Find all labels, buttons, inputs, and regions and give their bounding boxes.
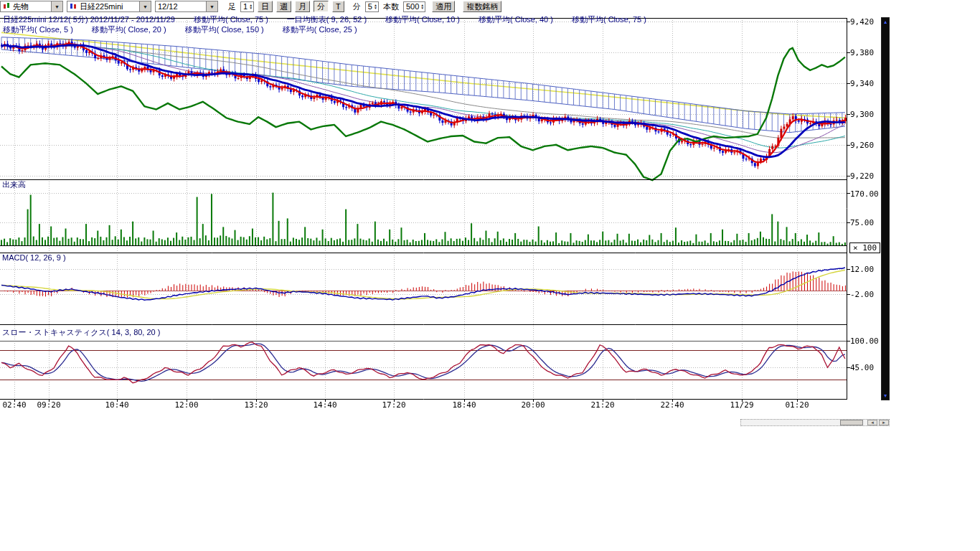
time-axis-label: 13:20 bbox=[242, 400, 270, 410]
interval-input[interactable]: 1 ▲▼ bbox=[240, 1, 254, 12]
time-axis-label: 01:20 bbox=[783, 400, 811, 410]
time-axis-label: 17:20 bbox=[380, 400, 408, 410]
time-axis-label: 10:40 bbox=[103, 400, 131, 410]
period-button-day[interactable]: 日 bbox=[258, 1, 273, 12]
chevron-down-icon[interactable]: ▼ bbox=[139, 1, 151, 11]
date-value: 12/12 bbox=[158, 2, 202, 11]
instrument-type-value: 先物 bbox=[13, 1, 47, 12]
scroll-up-icon[interactable]: ▲ bbox=[882, 18, 889, 26]
candlestick-icon bbox=[3, 2, 11, 11]
ashi-label: 足 bbox=[227, 1, 237, 12]
h-scroll-thumb[interactable] bbox=[840, 420, 863, 425]
price-axis-label: 9,420 bbox=[850, 17, 874, 27]
candlestick-icon bbox=[70, 2, 77, 11]
symbol-select[interactable]: 日経225mini ▼ bbox=[67, 1, 151, 12]
time-axis-label: 02:40 bbox=[0, 400, 29, 410]
minute-label: 分 bbox=[352, 1, 362, 12]
chart-application-window: 先物 ▼ 日経225mini ▼ 12/12 ▼ 足 1 ▲▼ 日 週 月 分 … bbox=[0, 0, 980, 551]
symbol-value: 日経225mini bbox=[80, 1, 136, 12]
time-axis-label: 11/29 bbox=[727, 400, 756, 410]
apply-button[interactable]: 適用 bbox=[432, 1, 455, 12]
multi-symbol-button[interactable]: 複数銘柄 bbox=[463, 1, 501, 12]
chevron-down-icon[interactable]: ▼ bbox=[51, 1, 62, 11]
time-axis-label: 21:20 bbox=[588, 400, 617, 410]
time-axis-label: 12:00 bbox=[172, 400, 201, 410]
horizontal-scrollbar[interactable]: ◄ ► bbox=[740, 419, 890, 426]
spinner-icon[interactable]: ▲▼ bbox=[374, 4, 377, 9]
price-axis-label: 9,220 bbox=[850, 171, 874, 181]
stoch-axis-label: 100.00 bbox=[850, 336, 879, 346]
vertical-scrollbar[interactable]: ▲ ▼ bbox=[881, 17, 890, 400]
spinner-icon[interactable]: ▲▼ bbox=[420, 4, 424, 9]
time-axis-label: 22:40 bbox=[658, 400, 687, 410]
price-axis-label: 9,380 bbox=[850, 48, 874, 57]
time-axis-label: 14:40 bbox=[311, 400, 339, 410]
scroll-left-icon[interactable]: ◄ bbox=[867, 420, 877, 425]
count-input[interactable]: 500 ▲▼ bbox=[403, 1, 425, 12]
chevron-down-icon[interactable]: ▼ bbox=[206, 1, 217, 11]
count-value: 500 bbox=[406, 2, 419, 11]
instrument-type-select[interactable]: 先物 ▼ bbox=[0, 1, 63, 12]
volume-multiplier-badge: × 100 bbox=[849, 242, 880, 253]
volume-axis-label: 170.00 bbox=[850, 189, 879, 199]
period-button-month[interactable]: 月 bbox=[295, 1, 310, 12]
scroll-down-icon[interactable]: ▼ bbox=[882, 392, 889, 400]
spinner-icon[interactable]: ▲▼ bbox=[249, 4, 253, 9]
price-axis-label: 9,260 bbox=[850, 141, 874, 150]
time-axis-label: 09:20 bbox=[34, 400, 63, 410]
minute-input[interactable]: 5 ▲▼ bbox=[365, 1, 379, 12]
price-axis-label: 9,340 bbox=[850, 79, 874, 88]
volume-axis-label: 75.00 bbox=[850, 218, 874, 227]
interval-value: 1 bbox=[243, 2, 248, 11]
period-button-week[interactable]: 週 bbox=[276, 1, 291, 12]
period-button-tick[interactable]: T bbox=[332, 1, 344, 12]
macd-axis-label: 12.00 bbox=[850, 265, 874, 274]
toolbar: 先物 ▼ 日経225mini ▼ 12/12 ▼ 足 1 ▲▼ 日 週 月 分 … bbox=[0, 0, 980, 13]
macd-axis-label: -2.00 bbox=[850, 290, 874, 299]
minute-value: 5 bbox=[368, 2, 372, 11]
time-axis-label: 20:00 bbox=[519, 400, 547, 410]
period-button-minute[interactable]: 分 bbox=[314, 1, 329, 12]
price-axis-label: 9,300 bbox=[850, 110, 874, 119]
date-select[interactable]: 12/12 ▼ bbox=[155, 1, 218, 12]
count-label: 本数 bbox=[382, 1, 400, 12]
chart-canvas[interactable] bbox=[0, 12, 890, 425]
scroll-right-icon[interactable]: ► bbox=[879, 420, 889, 425]
time-axis-label: 18:40 bbox=[450, 400, 479, 410]
stoch-axis-label: 45.00 bbox=[850, 363, 874, 372]
